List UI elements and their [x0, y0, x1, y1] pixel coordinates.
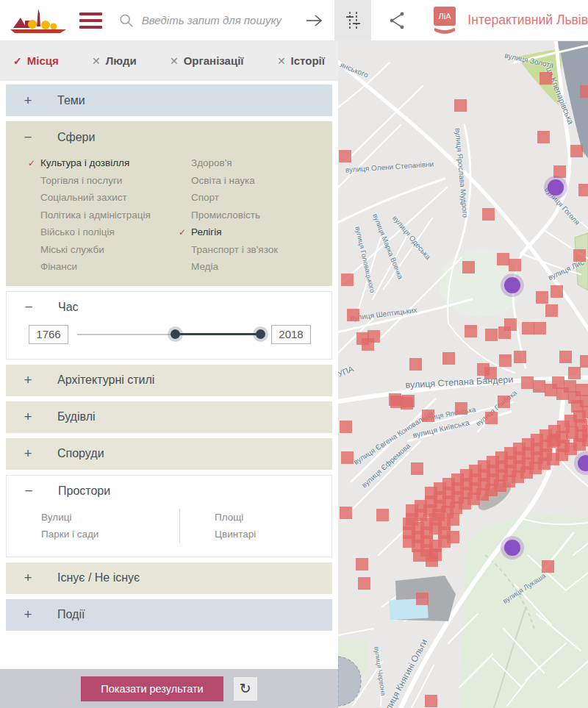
sphere-filter-item[interactable]: ✓Релігія: [179, 224, 278, 241]
reset-refresh-button[interactable]: ↻: [234, 677, 257, 701]
map-marker-square[interactable]: [455, 402, 467, 415]
section-themes-header[interactable]: + Теми: [6, 85, 332, 116]
map-marker-square[interactable]: [514, 351, 526, 363]
map-marker-square[interactable]: [376, 509, 389, 521]
map-marker-square[interactable]: [580, 85, 588, 98]
time-from-input[interactable]: [29, 325, 68, 344]
sphere-filter-item[interactable]: Промисловість: [179, 207, 278, 224]
map-marker-circle[interactable]: [548, 179, 564, 196]
map-marker-square[interactable]: [542, 560, 554, 573]
time-to-input[interactable]: [271, 325, 311, 344]
sphere-filter-item[interactable]: Соціальний захист: [28, 189, 179, 207]
filters-panel-toggle[interactable]: [334, 0, 371, 40]
section-arch-styles-header[interactable]: + Архітектурні стилі: [6, 365, 332, 396]
sphere-filter-item[interactable]: Медіа: [179, 258, 278, 276]
section-spheres-header[interactable]: − Сфери: [6, 121, 332, 153]
section-structures-header[interactable]: + Споруди: [6, 438, 332, 470]
sphere-filter-item[interactable]: Транспорт і зв'язок: [179, 241, 278, 259]
map-marker-square[interactable]: [497, 253, 509, 265]
search-submit-arrow-icon[interactable]: [305, 12, 324, 29]
map-marker-square[interactable]: [553, 165, 566, 178]
map-marker-square[interactable]: [425, 695, 437, 707]
map-marker-square[interactable]: [551, 285, 563, 298]
map-marker-square[interactable]: [341, 451, 354, 464]
map-marker-square[interactable]: [465, 325, 477, 337]
map-marker-square[interactable]: [521, 376, 534, 389]
sphere-filter-item[interactable]: Спорт: [179, 189, 278, 207]
map-marker-square[interactable]: [537, 131, 550, 143]
map-marker-square[interactable]: [498, 396, 510, 408]
map-marker-square[interactable]: [509, 259, 521, 271]
map-marker-square[interactable]: [358, 577, 370, 590]
map-marker-square[interactable]: [570, 145, 583, 157]
map-marker-square[interactable]: [564, 380, 576, 393]
sphere-filter-item[interactable]: Політика і адміністрація: [28, 207, 179, 224]
map-marker-square[interactable]: [340, 507, 352, 519]
space-filter-item[interactable]: Цвинтарі: [202, 526, 256, 543]
map-marker-square[interactable]: [356, 558, 368, 571]
map-marker-circle[interactable]: [504, 540, 520, 556]
map-marker-square[interactable]: [416, 593, 429, 605]
space-filter-item[interactable]: Площі: [202, 509, 256, 526]
map-marker-square[interactable]: [402, 395, 415, 407]
sphere-filter-item[interactable]: Торгівля і послуги: [28, 172, 179, 190]
sphere-filter-item[interactable]: Здоров'я: [179, 154, 278, 172]
map-marker-square[interactable]: [485, 329, 498, 341]
map-marker-square[interactable]: [454, 99, 467, 112]
map-marker-square[interactable]: [534, 322, 546, 335]
lviv-skyline-logo[interactable]: [9, 4, 74, 37]
map-marker-square[interactable]: [390, 396, 403, 408]
map-marker-square[interactable]: [576, 384, 588, 396]
sphere-filter-item[interactable]: Військо і поліція: [28, 224, 179, 241]
map-marker-square[interactable]: [568, 367, 581, 379]
map-marker-square[interactable]: [499, 354, 512, 367]
section-buildings-header[interactable]: + Будівлі: [6, 401, 332, 433]
sphere-filter-item[interactable]: Міські служби: [28, 241, 179, 259]
lia-logo-badge[interactable]: ЛіА: [431, 5, 458, 36]
map-marker-square[interactable]: [462, 261, 475, 273]
map-marker-square[interactable]: [362, 338, 374, 351]
map-marker-square[interactable]: [347, 309, 359, 321]
hamburger-menu-icon[interactable]: [79, 12, 102, 29]
sphere-filter-item[interactable]: Освіта і наука: [179, 172, 278, 190]
slider-thumb-right[interactable]: [256, 329, 265, 339]
time-range-slider[interactable]: [77, 329, 262, 340]
map-marker-square[interactable]: [552, 376, 564, 389]
section-spaces-header[interactable]: − Простори: [7, 476, 331, 507]
map-marker-square[interactable]: [504, 318, 517, 331]
sphere-filter-item[interactable]: ✓Культура і дозвілля: [28, 154, 179, 172]
space-filter-item[interactable]: Парки і сади: [29, 526, 179, 543]
section-exists-header[interactable]: + Існує / Не існує: [6, 562, 332, 594]
section-time-header[interactable]: − Час: [7, 292, 331, 323]
map-marker-square[interactable]: [482, 208, 495, 221]
tab-stories[interactable]: ✕ Історії: [277, 54, 325, 67]
map-marker-square[interactable]: [536, 291, 548, 304]
map-marker-circle[interactable]: [504, 277, 520, 293]
map-marker-square[interactable]: [409, 358, 422, 371]
app-title[interactable]: Інтерактивний Львів: [467, 12, 588, 28]
map-marker-square[interactable]: [573, 249, 586, 262]
map-marker-square[interactable]: [340, 421, 352, 433]
map-marker-square[interactable]: [413, 549, 426, 562]
tab-organizations[interactable]: ✕ Організації: [170, 54, 244, 67]
sphere-filter-item[interactable]: Фінанси: [28, 258, 179, 276]
map-marker-square[interactable]: [545, 304, 558, 317]
map-marker-square[interactable]: [447, 531, 459, 543]
map-marker-square[interactable]: [406, 504, 418, 517]
map-marker-square[interactable]: [559, 351, 572, 363]
map-marker-square[interactable]: [484, 367, 497, 379]
map-marker-square[interactable]: [426, 554, 438, 567]
map-marker-square[interactable]: [533, 380, 545, 393]
map-marker-square[interactable]: [580, 355, 588, 368]
share-icon[interactable]: [387, 10, 406, 32]
map-canvas[interactable]: ця Клепарівськавулиця Золотаянськоговули…: [338, 40, 588, 708]
map-marker-square[interactable]: [522, 322, 534, 335]
slider-thumb-left[interactable]: [171, 329, 180, 339]
map-marker-square[interactable]: [411, 462, 423, 475]
map-marker-square[interactable]: [442, 352, 455, 365]
search-input[interactable]: [140, 13, 287, 27]
map-marker-square[interactable]: [339, 150, 351, 162]
show-results-button[interactable]: Показати результати: [81, 676, 223, 701]
tab-people[interactable]: ✕ Люди: [92, 54, 137, 67]
section-events-header[interactable]: + Події: [6, 599, 332, 631]
